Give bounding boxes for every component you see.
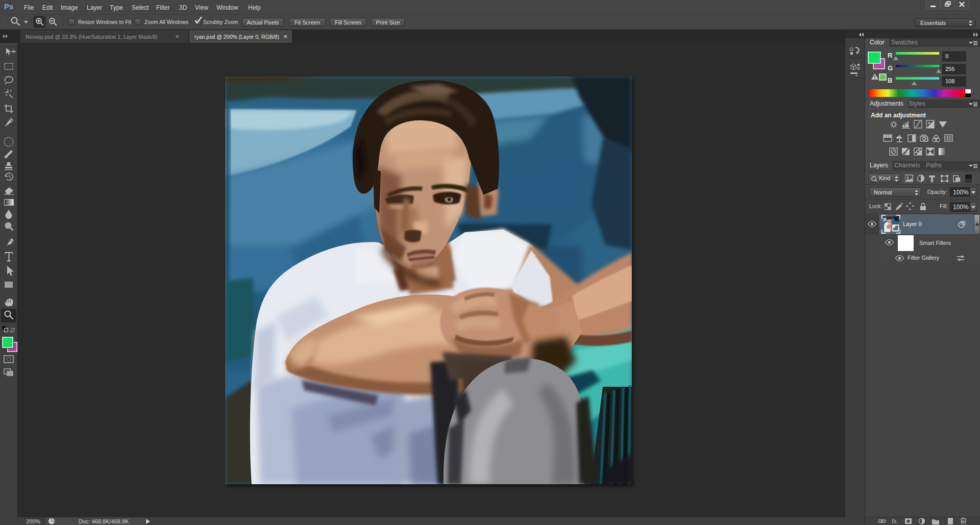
svg-text:R: R [888, 52, 893, 59]
svg-text:255: 255 [945, 66, 954, 72]
svg-text:0: 0 [945, 53, 948, 59]
svg-text:108: 108 [945, 78, 954, 84]
svg-text:G: G [888, 64, 893, 72]
svg-text:fx.: fx. [892, 518, 898, 524]
svg-text:B: B [888, 77, 892, 84]
